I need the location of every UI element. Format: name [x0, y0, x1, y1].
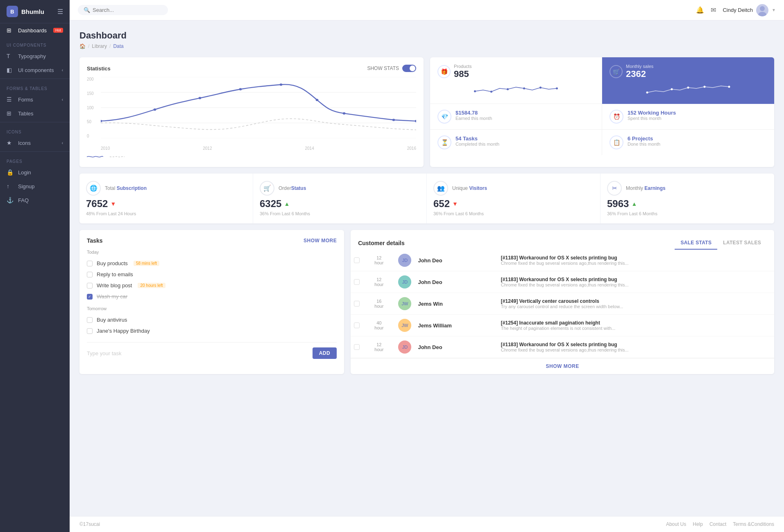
sidebar-item-typography[interactable]: T Typography	[0, 49, 70, 63]
logo-text: Bhumlu	[21, 8, 44, 15]
customer-hour: 16hour	[363, 293, 395, 315]
task-cb-birthday[interactable]	[87, 328, 93, 334]
breadcrumb: 🏠 / Library / Data	[79, 43, 774, 49]
section-label-icons: Icons	[0, 124, 70, 136]
customer-checkbox[interactable]	[354, 279, 360, 285]
task-badge-write-blog: 20 hours left	[138, 283, 165, 288]
hamburger-icon[interactable]: ☰	[57, 8, 63, 16]
chart-x-labels: 2010201220142016	[101, 146, 416, 151]
chart-svg-wrap	[101, 77, 416, 138]
sidebar-item-ui-components[interactable]: ◧ UI components ‹	[0, 63, 70, 77]
task-text-birthday: Jane's Happy Birthday	[97, 328, 150, 334]
stats-toggle[interactable]	[402, 65, 416, 72]
tasks-show-more[interactable]: SHOW MORE	[304, 238, 337, 243]
sidebar-item-signup[interactable]: ↑ Signup	[0, 179, 70, 193]
section-label-ui: UI Components	[0, 37, 70, 49]
user-info[interactable]: Cindy Deitch ▼	[723, 4, 776, 16]
kpi-earnings-value: 5963 ▲	[607, 198, 768, 210]
notification-icon[interactable]: 🔔	[696, 6, 704, 14]
sidebar-item-tables[interactable]: ⊞ Tables	[0, 106, 70, 120]
kpi-earnings-icon: ✂	[607, 181, 622, 196]
kpi-visitors: 👥 Unique Visitors 652 ▼ 36% From Last 6 …	[427, 174, 600, 223]
customer-issue: [#1183] Workaround for OS X selects prin…	[498, 271, 774, 293]
task-item-wash-car: Wash my car	[87, 291, 337, 302]
svg-point-0	[760, 6, 765, 11]
search-wrap[interactable]: 🔍	[78, 5, 168, 15]
footer-about[interactable]: About Us	[666, 521, 686, 527]
avatar	[756, 4, 768, 16]
tab-latest-sales[interactable]: LATEST SALES	[717, 237, 767, 250]
chevron-icons-icon: ‹	[62, 141, 63, 145]
customer-name: John Deo	[415, 250, 497, 271]
customer-checkbox[interactable]	[354, 257, 360, 263]
customer-show-more[interactable]: SHOW MORE	[351, 358, 774, 374]
task-input[interactable]	[87, 347, 309, 359]
footer-help[interactable]: Help	[693, 521, 703, 527]
task-input-row: ADD	[87, 342, 337, 359]
task-item-buy-products: Buy products 58 mins left	[87, 258, 337, 269]
breadcrumb-data: Data	[113, 43, 123, 49]
sidebar-item-forms[interactable]: ☰ Forms ‹	[0, 92, 70, 106]
bottom-row: Tasks SHOW MORE Today Buy products 58 mi…	[79, 230, 774, 374]
working-hours-label: Spent this month	[628, 116, 676, 121]
forms-icon: ☰	[7, 96, 14, 103]
sidebar-item-icons[interactable]: ★ Icons ‹	[0, 136, 70, 150]
tasks-header: Tasks SHOW MORE	[87, 237, 337, 244]
task-cb-wash-car[interactable]	[87, 294, 93, 300]
stats-row: Statistics SHOW STATS 200150100500	[79, 57, 774, 167]
tab-group: SALE STATS LATEST SALES	[675, 237, 767, 250]
kpi-order-sub: 36% From Last 6 Months	[260, 211, 420, 216]
task-cb-write-blog[interactable]	[87, 283, 93, 289]
breadcrumb-sep1: /	[88, 43, 89, 49]
breadcrumb-library[interactable]: Library	[92, 43, 107, 49]
svg-point-19	[523, 88, 525, 90]
products-value: 985	[454, 69, 471, 79]
customer-avatar: JD	[398, 275, 411, 289]
earned-label: Earned this month	[455, 116, 492, 121]
search-input[interactable]	[93, 7, 162, 13]
customer-hour: 40hour	[363, 315, 395, 336]
chart-area: 200150100500	[87, 77, 416, 151]
svg-point-20	[539, 87, 542, 89]
monthly-card: 🛒 Monthly sales 2362	[602, 57, 774, 104]
customer-avatar: JW	[398, 297, 411, 310]
page-title: Dashboard	[79, 30, 774, 41]
footer-contact[interactable]: Contact	[709, 521, 726, 527]
customer-checkbox[interactable]	[354, 344, 360, 350]
svg-point-11	[280, 83, 283, 86]
breadcrumb-home-icon[interactable]: 🏠	[79, 43, 86, 49]
sidebar-item-login[interactable]: 🔒 Login	[0, 165, 70, 179]
working-hours-card: ⏰ 152 Working Hours Spent this month	[602, 104, 774, 130]
kpi-subscription-arrow: ▼	[110, 201, 116, 207]
top-mini-cards: 🎁 Products 985	[430, 57, 774, 104]
customer-row: 12hour JD John Deo [#1183] Workaround fo…	[351, 271, 774, 293]
task-item-birthday: Jane's Happy Birthday	[87, 325, 337, 336]
svg-point-13	[343, 112, 346, 115]
customer-title: Customer details	[358, 240, 405, 246]
customer-checkbox[interactable]	[354, 301, 360, 307]
earned-value: $1584.78	[455, 110, 492, 116]
customer-row: 40hour JW Jems William [#1254] Inaccurat…	[351, 315, 774, 336]
task-cb-buy-products[interactable]	[87, 261, 93, 266]
tab-sale-stats[interactable]: SALE STATS	[675, 237, 717, 250]
task-cb-reply-emails[interactable]	[87, 272, 93, 277]
mail-icon[interactable]: ✉	[711, 6, 716, 14]
statistics-title: Statistics	[87, 65, 111, 72]
svg-point-10	[239, 88, 242, 90]
svg-point-25	[704, 86, 706, 88]
sidebar-item-dashboards[interactable]: ⊞ Dashboards Hot	[0, 23, 70, 37]
customer-hour: 12hour	[363, 336, 395, 358]
footer-terms[interactable]: Terms &Conditions	[733, 521, 774, 527]
sidebar-item-faq[interactable]: ⚓ FAQ	[0, 193, 70, 207]
add-task-button[interactable]: ADD	[313, 347, 337, 359]
svg-point-23	[671, 88, 673, 90]
kpi-visitors-arrow: ▼	[452, 201, 458, 207]
sidebar-label-tables: Tables	[18, 110, 34, 117]
signup-icon: ↑	[7, 183, 14, 189]
customer-checkbox[interactable]	[354, 322, 360, 328]
task-text-buy-antivirus: Buy antivirus	[97, 317, 127, 323]
svg-point-26	[728, 86, 730, 88]
search-icon: 🔍	[84, 7, 90, 13]
task-cb-buy-antivirus[interactable]	[87, 317, 93, 323]
sidebar-label-ui-components: UI components	[18, 67, 54, 73]
